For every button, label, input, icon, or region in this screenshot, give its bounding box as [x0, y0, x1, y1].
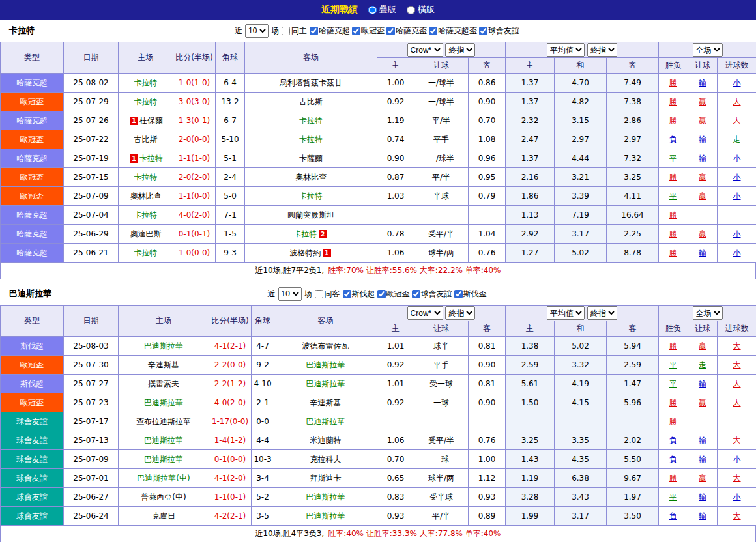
- home-team-cell[interactable]: 辛連斯基: [119, 356, 209, 375]
- result-cell[interactable]: 勝: [659, 111, 688, 130]
- home-team-cell[interactable]: 卡拉特: [119, 244, 173, 263]
- goals-result-cell[interactable]: 大: [718, 507, 756, 526]
- away-team-cell[interactable]: 波格特約1: [245, 244, 377, 263]
- home-team-cell[interactable]: 克盧日: [119, 507, 209, 526]
- handicap-result-cell[interactable]: 輸: [688, 450, 718, 469]
- league-cell[interactable]: 哈薩克超: [1, 206, 64, 225]
- away-team-cell[interactable]: 烏利塔哲茲卡茲甘: [245, 74, 377, 93]
- score-cell[interactable]: 3-0(3-0): [173, 93, 216, 111]
- home-team-cell[interactable]: 巴迪斯拉華: [119, 450, 209, 469]
- team-name[interactable]: 奧達巴斯: [130, 229, 162, 238]
- away-team-cell[interactable]: 卡拉特: [245, 187, 377, 206]
- same-venue-checkbox[interactable]: [315, 290, 323, 298]
- home-team-cell[interactable]: 巴迪斯拉華: [119, 337, 209, 356]
- score-cell[interactable]: 4-0(2-0): [173, 206, 216, 225]
- away-team-cell[interactable]: 奧林比查: [245, 168, 377, 187]
- team-name[interactable]: 巴迪斯拉華(中): [137, 474, 190, 483]
- home-team-cell[interactable]: 1杜保爾: [119, 111, 173, 130]
- league-cell[interactable]: 哈薩克超: [1, 149, 64, 168]
- stacked-view-radio[interactable]: [368, 6, 377, 14]
- league-filter[interactable]: 球會友誼: [412, 289, 452, 300]
- result-cell[interactable]: 負: [659, 507, 688, 526]
- goals-result-cell[interactable]: 小: [718, 244, 756, 263]
- league-cell[interactable]: 哈薩克超: [1, 74, 64, 93]
- away-team-cell[interactable]: 拜斯迪卡: [274, 469, 377, 488]
- team-name[interactable]: 巴迪斯拉華: [144, 455, 183, 464]
- home-team-cell[interactable]: 卡拉特: [119, 93, 173, 111]
- score-cell[interactable]: 1-0(0-0): [173, 244, 216, 263]
- league-checkbox[interactable]: [343, 290, 351, 298]
- handicap-result-cell[interactable]: 輸: [688, 488, 718, 507]
- home-team-cell[interactable]: 查布拉迪斯拉華: [119, 412, 209, 431]
- handicap-result-cell[interactable]: 贏: [688, 93, 718, 111]
- result-cell[interactable]: 平: [659, 187, 688, 206]
- result-cell[interactable]: 勝: [659, 93, 688, 111]
- score-cell[interactable]: 4-1(2-1): [209, 337, 252, 356]
- league-checkbox[interactable]: [454, 290, 463, 298]
- league-cell[interactable]: 斯伐超: [1, 337, 64, 356]
- away-team-cell[interactable]: 卡薩爾: [245, 149, 377, 168]
- result-cell[interactable]: 勝: [659, 244, 688, 263]
- handicap-result-cell[interactable]: 贏: [688, 469, 718, 488]
- home-team-cell[interactable]: 巴迪斯拉華(中): [119, 469, 209, 488]
- home-team-cell[interactable]: 普萊西亞(中): [119, 488, 209, 507]
- league-cell[interactable]: 哈薩克超: [1, 244, 64, 263]
- away-team-cell[interactable]: 克拉科夫: [274, 450, 377, 469]
- odds-stage-select[interactable]: 終指: [445, 43, 475, 57]
- avg-type-select[interactable]: 平均值: [547, 306, 585, 320]
- score-cell[interactable]: 1-1(0-0): [173, 187, 216, 206]
- same-venue-filter[interactable]: 同客: [315, 289, 340, 300]
- goals-result-cell[interactable]: 大: [718, 356, 756, 375]
- home-team-cell[interactable]: 奧達巴斯: [119, 225, 173, 244]
- league-checkbox[interactable]: [386, 27, 395, 35]
- away-team-cell[interactable]: 卡拉特: [245, 130, 377, 149]
- goals-result-cell[interactable]: 走: [718, 130, 756, 149]
- team-name[interactable]: 波德布雷佐瓦: [302, 341, 349, 350]
- away-team-cell[interactable]: 卡拉特: [245, 111, 377, 130]
- team-name[interactable]: 奧林比查: [295, 173, 327, 182]
- league-cell[interactable]: 歐冠盃: [1, 93, 64, 111]
- result-cell[interactable]: 平: [659, 149, 688, 168]
- handicap-result-cell[interactable]: 贏: [688, 337, 718, 356]
- team-name[interactable]: 卡拉特: [134, 78, 158, 87]
- home-team-cell[interactable]: 奧林比查: [119, 187, 173, 206]
- team-name[interactable]: 巴迪斯拉華: [306, 492, 345, 502]
- league-filter[interactable]: 哈薩克超盃: [429, 25, 477, 36]
- home-team-cell[interactable]: 撲雷索夫: [119, 375, 209, 393]
- score-cell[interactable]: 4-2(2-1): [209, 507, 252, 526]
- score-cell[interactable]: 2-2(0-0): [209, 356, 252, 375]
- home-team-cell[interactable]: 卡拉特: [119, 206, 173, 225]
- result-cell[interactable]: 勝: [659, 74, 688, 93]
- result-cell[interactable]: 勝: [659, 168, 688, 187]
- odds-company-select[interactable]: Crow*: [407, 306, 443, 320]
- team-name[interactable]: 查布拉迪斯拉華: [136, 417, 191, 426]
- score-cell[interactable]: 1-4(1-2): [209, 431, 252, 450]
- goals-result-cell[interactable]: 小: [718, 488, 756, 507]
- result-cell[interactable]: 平: [659, 488, 688, 507]
- score-cell[interactable]: 0-1(0-1): [173, 225, 216, 244]
- team-name[interactable]: 巴迪斯拉華: [144, 341, 183, 350]
- goals-result-cell[interactable]: 大: [718, 393, 756, 412]
- team-name[interactable]: 奧林比查: [130, 192, 162, 201]
- home-team-cell[interactable]: 巴迪斯拉華: [119, 393, 209, 412]
- team-name[interactable]: 卡拉特: [134, 248, 158, 257]
- handicap-result-cell[interactable]: 輸: [688, 244, 718, 263]
- goals-result-cell[interactable]: 大: [718, 111, 756, 130]
- team-name[interactable]: 卡拉特: [299, 135, 323, 144]
- score-cell[interactable]: 4-0(2-0): [209, 393, 252, 412]
- league-cell[interactable]: 球會友誼: [1, 450, 64, 469]
- team-name[interactable]: 卡拉特: [134, 210, 158, 220]
- team-name[interactable]: 巴迪斯拉華: [144, 436, 183, 445]
- away-team-cell[interactable]: 卡拉特2: [245, 225, 377, 244]
- league-checkbox[interactable]: [479, 27, 487, 35]
- score-cell[interactable]: 0-1(0-0): [209, 450, 252, 469]
- score-cell[interactable]: 1-1(1-0): [173, 149, 216, 168]
- view-option-stacked[interactable]: 疊版: [368, 4, 396, 16]
- team-name[interactable]: 巴迪斯拉華: [306, 417, 345, 426]
- result-cell[interactable]: 勝: [659, 393, 688, 412]
- handicap-result-cell[interactable]: 贏: [688, 168, 718, 187]
- avg-type-select[interactable]: 平均值: [547, 43, 585, 57]
- team-name[interactable]: 卡拉特: [299, 116, 323, 125]
- result-cell[interactable]: 負: [659, 450, 688, 469]
- odds-company-select[interactable]: Crow*: [407, 43, 443, 57]
